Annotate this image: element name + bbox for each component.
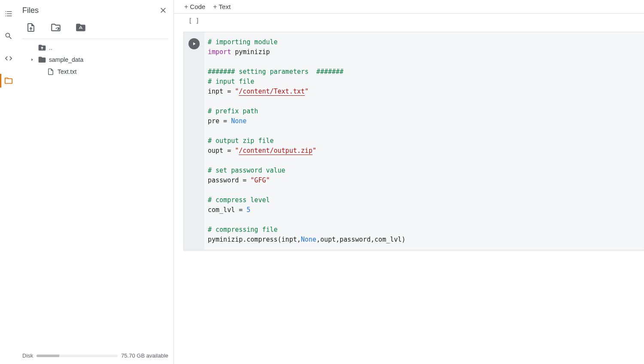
- file-tree-item-folder[interactable]: sample_data: [19, 54, 172, 66]
- code-token: ": [305, 88, 309, 95]
- code-token: # compressing file: [208, 226, 278, 234]
- code-token: "GFG": [250, 176, 270, 184]
- close-icon[interactable]: [158, 5, 168, 15]
- code-token: ": [235, 147, 239, 155]
- code-token: 5: [246, 206, 250, 214]
- chevron-right-icon[interactable]: [29, 56, 35, 63]
- notebook-body: [ ] # importing module import pyminizip …: [174, 14, 644, 364]
- empty-cell-prompt[interactable]: [ ]: [183, 15, 644, 26]
- disk-label: Disk: [22, 352, 33, 359]
- files-icon[interactable]: [3, 76, 14, 86]
- files-toolbar: [17, 18, 173, 39]
- code-token: ": [235, 88, 239, 95]
- cell-gutter: [184, 32, 204, 250]
- file-tree-item-label: Text.txt: [58, 68, 76, 75]
- files-panel-title: Files: [22, 6, 158, 15]
- code-token: /content/Text.txt: [239, 88, 305, 96]
- folder-up-icon: [38, 43, 46, 52]
- file-tree: .. sample_data Text.txt: [17, 42, 173, 78]
- file-tree-item-file[interactable]: Text.txt: [19, 66, 172, 78]
- code-token: ,oupt,password,com_lvl): [316, 236, 406, 243]
- add-code-button[interactable]: + Code: [184, 3, 205, 10]
- divider: [22, 39, 168, 39]
- plus-icon: +: [184, 3, 188, 10]
- code-token: ": [313, 147, 316, 155]
- code-token: # compress level: [208, 196, 270, 204]
- code-token: com_lvl =: [208, 206, 246, 214]
- disk-usage: Disk 75.70 GB available: [22, 352, 168, 359]
- upload-file-icon[interactable]: [25, 21, 37, 33]
- main-area: + Code + Text [ ] # importing module imp…: [174, 0, 644, 364]
- notebook-toolbar: + Code + Text: [174, 0, 644, 14]
- left-icon-rail: [0, 0, 17, 364]
- file-tree-item-up[interactable]: ..: [19, 42, 172, 54]
- code-token: import: [208, 48, 231, 56]
- code-token: /content/output.zip: [239, 147, 313, 155]
- code-editor[interactable]: # importing module import pyminizip ####…: [204, 32, 644, 250]
- disk-progress-fill: [36, 355, 59, 357]
- code-token: password =: [208, 176, 250, 184]
- code-token: # prefix path: [208, 107, 258, 115]
- code-snippets-icon[interactable]: [3, 53, 14, 64]
- code-token: pyminizip.compress(inpt,: [208, 236, 301, 243]
- code-token: # input file: [208, 78, 254, 85]
- search-icon[interactable]: [3, 31, 14, 41]
- code-token: oupt =: [208, 147, 235, 155]
- disk-progress-bar: [36, 355, 118, 357]
- run-button[interactable]: [188, 38, 200, 49]
- code-token: # output zip file: [208, 137, 274, 145]
- plus-icon: +: [213, 3, 217, 10]
- file-tree-item-label: sample_data: [49, 56, 83, 63]
- add-code-label: Code: [190, 3, 205, 10]
- disk-available-label: 75.70 GB available: [121, 352, 168, 359]
- code-token: pre =: [208, 117, 231, 125]
- toc-icon[interactable]: [3, 9, 14, 19]
- refresh-folder-icon[interactable]: [50, 21, 62, 33]
- files-panel: Files .. sam: [17, 0, 174, 364]
- mount-drive-icon[interactable]: [75, 21, 87, 33]
- code-token: # set password value: [208, 167, 286, 174]
- add-text-label: Text: [219, 3, 231, 10]
- file-icon: [46, 67, 55, 76]
- code-token: None: [301, 236, 316, 243]
- folder-icon: [38, 55, 46, 64]
- code-token: inpt =: [208, 88, 235, 95]
- code-token: None: [231, 117, 246, 125]
- code-token: # importing module: [208, 38, 278, 46]
- file-tree-item-label: ..: [49, 44, 52, 51]
- code-cell: # importing module import pyminizip ####…: [183, 32, 644, 250]
- code-token: pyminizip: [231, 48, 270, 56]
- code-token: ####### setting parameters #######: [208, 68, 343, 76]
- add-text-button[interactable]: + Text: [213, 3, 231, 10]
